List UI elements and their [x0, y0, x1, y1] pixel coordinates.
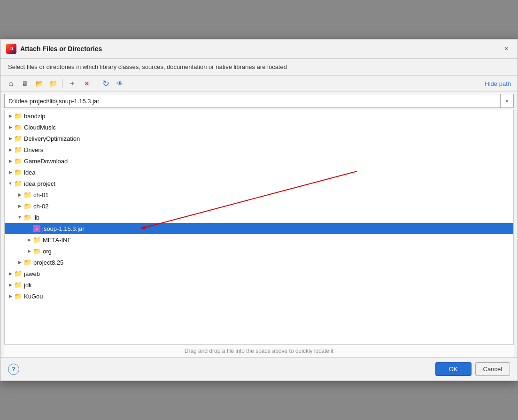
toolbar-separator-1	[62, 79, 63, 88]
tree-item-label: project8.25	[33, 259, 63, 266]
tree-item-org[interactable]: ▶ 📁 org	[5, 245, 513, 257]
tree-item-project825[interactable]: ▶ 📁 project8.25	[5, 257, 513, 268]
tree-item-label: org	[43, 248, 52, 255]
home-button[interactable]: ⌂	[4, 77, 17, 90]
attach-files-dialog: IJ Attach Files or Directories × Select …	[0, 39, 518, 381]
expand-icon[interactable]: ▶	[7, 157, 14, 165]
tree-item-label: CloudMusic	[24, 124, 56, 131]
tree-item-jdk[interactable]: ▶ 📁 jdk	[5, 279, 513, 290]
expand-icon[interactable]: ▶	[25, 236, 33, 244]
expand-icon[interactable]: ▶	[7, 270, 14, 277]
hide-path-button[interactable]: Hide path	[482, 79, 514, 88]
tree-item-jaweb[interactable]: ▶ 📁 jaweb	[5, 268, 513, 279]
folder-icon: 📁	[14, 135, 22, 142]
folder-icon: 📁	[14, 180, 22, 187]
expand-icon[interactable]: ▶	[7, 292, 14, 300]
delete-icon: ✕	[84, 80, 89, 87]
path-dropdown-button[interactable]: ▾	[500, 94, 513, 107]
folder-icon: 📁	[14, 146, 22, 153]
expand-icon[interactable]: ▶	[7, 168, 14, 176]
folder-icon: 📁	[14, 168, 22, 176]
expand-icon[interactable]: ▶	[7, 135, 14, 142]
home-icon: ⌂	[8, 79, 13, 88]
tree-item-ch-01[interactable]: ▶ 📁 ch-01	[5, 189, 513, 200]
folder-open-button[interactable]: 📂	[32, 77, 46, 90]
folder-open-icon: 📂	[35, 80, 43, 87]
tree-item-bandzip[interactable]: ▶ 📁 bandzip	[5, 110, 513, 122]
title-bar: IJ Attach Files or Directories ×	[0, 39, 518, 59]
tree-item-drivers[interactable]: ▶ 📁 Drivers	[5, 144, 513, 155]
delete-button[interactable]: ✕	[80, 77, 93, 90]
expand-placeholder	[25, 225, 33, 232]
tree-item-label: bandzip	[24, 113, 46, 120]
app-icon: IJ	[6, 44, 16, 54]
footer: ? OK Cancel	[0, 357, 518, 381]
refresh-icon: ↻	[102, 78, 109, 89]
expand-icon[interactable]: ▶	[16, 202, 23, 210]
folder-select-icon: 📁	[49, 80, 57, 87]
tree-item-idea[interactable]: ▶ 📁 idea	[5, 167, 513, 178]
folder-select-button[interactable]: 📁	[46, 77, 60, 90]
tree-item-label: ch-01	[33, 191, 49, 199]
path-input[interactable]	[5, 95, 500, 107]
folder-icon: 📁	[33, 236, 41, 244]
tree-item-label: DeliveryOptimization	[24, 135, 80, 142]
ok-button[interactable]: OK	[435, 362, 472, 376]
expand-icon[interactable]: ▶	[16, 259, 23, 266]
tree-item-label: GameDownload	[24, 158, 68, 165]
expand-icon[interactable]: ▶	[7, 281, 14, 289]
tree-item-ch-02[interactable]: ▶ 📁 ch-02	[5, 200, 513, 212]
folder-icon: 📁	[33, 247, 41, 255]
help-button[interactable]: ?	[8, 364, 19, 375]
folder-icon: 📁	[14, 112, 22, 120]
dialog-description: Select files or directories in which lib…	[0, 59, 518, 76]
tree-item-meta-inf[interactable]: ▶ 📁 META-INF	[5, 234, 513, 245]
eye-button[interactable]: 👁	[113, 77, 126, 90]
dialog-title: Attach Files or Directories	[20, 45, 497, 53]
folder-icon: 📁	[14, 123, 22, 131]
tree-item-label: META-INF	[43, 237, 71, 244]
tree-item-idea-project[interactable]: ▼ 📁 idea project	[5, 178, 513, 189]
folder-icon: 📁	[23, 191, 31, 199]
folder-icon: 📁	[23, 259, 31, 266]
tree-item-cloudmusic[interactable]: ▶ 📁 CloudMusic	[5, 122, 513, 133]
folder-icon: 📁	[14, 281, 22, 289]
expand-icon[interactable]: ▶	[25, 247, 33, 255]
collapse-icon[interactable]: ▼	[7, 180, 14, 187]
file-tree[interactable]: ▶ 📁 bandzip ▶ 📁 CloudMusic ▶ 📁 DeliveryO…	[4, 110, 514, 344]
tree-item-label: idea	[24, 169, 36, 176]
tree-item-label: jsoup-1.15.3.jar	[42, 225, 85, 232]
tree-item-lib[interactable]: ▼ 📁 lib	[5, 212, 513, 223]
tree-item-label: ch-02	[33, 203, 49, 210]
add-icon: +	[70, 79, 74, 88]
tree-item-label: jdk	[24, 282, 32, 289]
add-button[interactable]: +	[66, 77, 79, 90]
expand-icon[interactable]: ▶	[16, 191, 23, 199]
toolbar-separator-2	[96, 79, 96, 88]
expand-icon[interactable]: ▶	[7, 123, 14, 131]
jar-icon: J	[33, 225, 40, 232]
folder-icon: 📁	[14, 270, 22, 277]
folder-icon: 📁	[23, 202, 31, 210]
tree-item-gamedownload[interactable]: ▶ 📁 GameDownload	[5, 155, 513, 167]
tree-item-label: jaweb	[24, 270, 40, 277]
folder-icon: 📁	[14, 292, 22, 300]
folder-icon: 📁	[23, 214, 31, 221]
expand-icon[interactable]: ▶	[7, 146, 14, 153]
folder-icon: 📁	[14, 157, 22, 165]
expand-icon[interactable]: ▶	[7, 112, 14, 120]
tree-item-deliveryoptimization[interactable]: ▶ 📁 DeliveryOptimization	[5, 133, 513, 144]
collapse-icon[interactable]: ▼	[16, 214, 23, 221]
close-button[interactable]: ×	[501, 43, 512, 54]
toolbar: ⌂ 🖥 📂 📁 + ✕ ↻ 👁 Hide path	[0, 76, 518, 92]
refresh-button[interactable]: ↻	[99, 77, 112, 90]
chevron-down-icon: ▾	[506, 99, 508, 104]
tree-item-jsoup[interactable]: J jsoup-1.15.3.jar	[5, 223, 513, 234]
tree-item-label: idea project	[24, 180, 55, 187]
tree-item-label: KuGou	[24, 293, 43, 300]
drag-hint: Drag and drop a file into the space abov…	[4, 344, 514, 357]
cancel-button[interactable]: Cancel	[475, 362, 510, 376]
tree-item-kugou[interactable]: ▶ 📁 KuGou	[5, 290, 513, 302]
path-bar: ▾	[4, 94, 514, 108]
monitor-button[interactable]: 🖥	[18, 77, 31, 90]
